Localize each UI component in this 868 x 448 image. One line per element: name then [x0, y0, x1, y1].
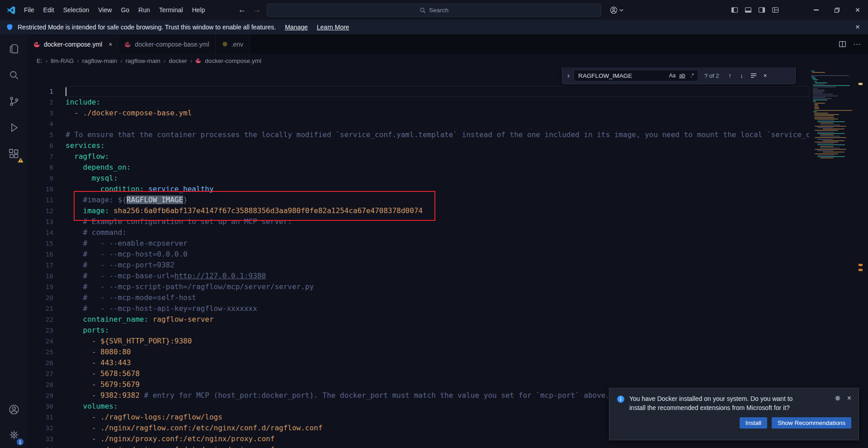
split-editor-icon[interactable]	[839, 40, 846, 48]
find-in-selection-icon[interactable]	[749, 71, 759, 81]
code-line[interactable]: 9 mysql:	[28, 173, 809, 184]
code-line[interactable]: 34 - ./nginx/nginx.conf:/etc/nginx/nginx…	[28, 444, 809, 448]
settings-button[interactable]: 1	[0, 424, 28, 446]
customize-layout-icon[interactable]	[771, 6, 779, 14]
banner-close-icon[interactable]: ×	[855, 23, 860, 32]
breadcrumb-item-llm-rag[interactable]: llm-RAG	[51, 57, 74, 64]
close-icon[interactable]: ×	[108, 41, 112, 48]
find-close-icon[interactable]: ×	[760, 71, 770, 81]
extensions-button[interactable]	[0, 143, 28, 165]
code-line[interactable]: 25 - 8080:80	[28, 347, 809, 357]
code-line[interactable]: 2include:	[28, 97, 809, 108]
tab-env[interactable]: .env	[216, 34, 250, 54]
close-window-button[interactable]: ×	[847, 0, 868, 20]
find-next-icon[interactable]: ↓	[737, 71, 747, 81]
source-control-button[interactable]	[0, 90, 28, 113]
accounts-button[interactable]	[0, 398, 28, 421]
code-line[interactable]: 19 # - --mcp-script-path=/ragflow/mcp/se…	[28, 281, 809, 292]
code-line[interactable]: 20 # - --mcp-mode=self-host	[28, 292, 809, 303]
code-line[interactable]: 27 - 5678:5678	[28, 368, 809, 379]
toggle-panel-icon[interactable]	[744, 6, 752, 14]
find-expand-chevron-icon[interactable]: ›	[565, 71, 572, 80]
banner-link-learn-more[interactable]: Learn More	[317, 24, 349, 31]
toggle-secondary-sidebar-icon[interactable]	[758, 6, 766, 14]
code-text: mysql:	[66, 173, 118, 184]
regex-icon[interactable]: .*	[687, 71, 697, 81]
banner-link-manage[interactable]: Manage	[285, 24, 308, 31]
run-debug-button[interactable]	[0, 116, 28, 139]
menu-help[interactable]: Help	[188, 0, 210, 20]
minimap-line	[813, 85, 850, 86]
code-line[interactable]: 14 # command:	[28, 227, 809, 238]
editor: 12include:3 - ./docker-compose-base.yml4…	[28, 67, 868, 448]
find-input[interactable]: RAGFLOW_IMAGE Aaab.*	[574, 70, 698, 81]
code-line[interactable]: 15 # - --enable-mcpserver	[28, 238, 809, 249]
forward-arrow-icon[interactable]: →	[253, 5, 261, 14]
code-line[interactable]: 7 ragflow:	[28, 151, 809, 162]
code-line[interactable]: 4	[28, 119, 809, 129]
breadcrumb-item-ragflow-main[interactable]: ragflow-main	[82, 57, 117, 64]
menu-run[interactable]: Run	[134, 0, 155, 20]
minimize-button[interactable]	[806, 0, 826, 20]
explorer-button[interactable]	[0, 38, 28, 60]
back-arrow-icon[interactable]: ←	[238, 5, 246, 14]
code-line[interactable]: 23 ports:	[28, 325, 809, 336]
install-button[interactable]: Install	[740, 417, 767, 429]
code-line[interactable]: 6services:	[28, 140, 809, 151]
restore-icon	[834, 7, 840, 13]
whole-word-icon[interactable]: ab	[677, 71, 687, 81]
line-number: 2	[28, 99, 53, 106]
code-line[interactable]: 22 container_name: ragflow-server	[28, 314, 809, 325]
global-search-box[interactable]: Search	[267, 4, 601, 17]
menu-file[interactable]: File	[19, 0, 39, 20]
restore-button[interactable]	[826, 0, 847, 20]
notification-close-icon[interactable]: ×	[847, 394, 851, 402]
breadcrumb-item-docker[interactable]: docker	[169, 57, 187, 64]
search-button[interactable]	[0, 64, 28, 86]
code-line[interactable]: 24 - ${SVR_HTTP_PORT}:9380	[28, 336, 809, 347]
match-case-icon[interactable]: Aa	[667, 71, 677, 81]
minimap-line	[820, 136, 840, 137]
code-line[interactable]: 21 # - --mcp-host-api-key=ragflow-xxxxxx…	[28, 303, 809, 314]
line-number: 29	[28, 392, 53, 399]
tab-bar: docker-compose.yml×docker-compose-base.y…	[28, 34, 868, 54]
code-line[interactable]: 26 - 443:443	[28, 357, 809, 368]
code-text: # - --mcp-mode=self-host	[66, 292, 196, 303]
more-actions-icon[interactable]: ···	[853, 40, 861, 49]
menu-go[interactable]: Go	[116, 0, 134, 20]
minimap-line	[811, 75, 849, 76]
breadcrumb-item-e[interactable]: E:	[37, 57, 42, 64]
tab-docker-compose-yml[interactable]: docker-compose.yml×	[28, 34, 118, 54]
breadcrumb-item-ragflow-main[interactable]: ragflow-main	[126, 57, 160, 64]
profile-icon	[609, 6, 618, 14]
banner-links: ManageLearn More	[276, 24, 349, 31]
menu-edit[interactable]: Edit	[39, 0, 59, 20]
code-line[interactable]: 3 - ./docker-compose-base.yml	[28, 108, 809, 119]
code-line[interactable]: 11 #image: ${RAGFLOW_IMAGE}	[28, 195, 809, 205]
restricted-mode-banner: Restricted Mode is intended for safe cod…	[0, 20, 868, 34]
code-line[interactable]: 18 # - --mcp-base-url=http://127.0.0.1:9…	[28, 271, 809, 281]
show-recommendations-button[interactable]: Show Recommendations	[772, 417, 851, 429]
minimap-line	[812, 78, 816, 79]
code-line[interactable]: 1	[28, 86, 809, 97]
code-text: - ./ragflow-logs:/ragflow/logs	[66, 412, 222, 423]
notification-settings-icon[interactable]	[834, 395, 841, 402]
code-line[interactable]: 12 image: sha256:6a0fb6abf137e4147f67c35…	[28, 205, 809, 216]
menu-terminal[interactable]: Terminal	[155, 0, 188, 20]
toggle-sidebar-icon[interactable]	[731, 6, 739, 14]
menu-selection[interactable]: Selection	[59, 0, 94, 20]
tab-docker-compose-base-yml[interactable]: docker-compose-base.yml	[118, 34, 215, 54]
minimap-line	[813, 88, 818, 89]
menu-view[interactable]: View	[94, 0, 116, 20]
code-line[interactable]: 13 # Example configuration to set up an …	[28, 216, 809, 227]
profile-menu[interactable]	[609, 0, 623, 20]
code-line[interactable]: 5# To ensure that the container processe…	[28, 129, 809, 140]
code-line[interactable]: 8 depends_on:	[28, 162, 809, 173]
code-line[interactable]: 17 # - --mcp-port=9382	[28, 260, 809, 271]
code-line[interactable]: 10 condition: service_healthy	[28, 184, 809, 195]
code-line[interactable]: 16 # - --mcp-host=0.0.0.0	[28, 249, 809, 260]
code-text: # To ensure that the container processes…	[66, 129, 809, 140]
breadcrumb-item-docker-compose-yml[interactable]: docker-compose.yml	[205, 57, 261, 64]
find-previous-icon[interactable]: ↑	[725, 71, 735, 81]
line-number: 8	[28, 164, 53, 171]
